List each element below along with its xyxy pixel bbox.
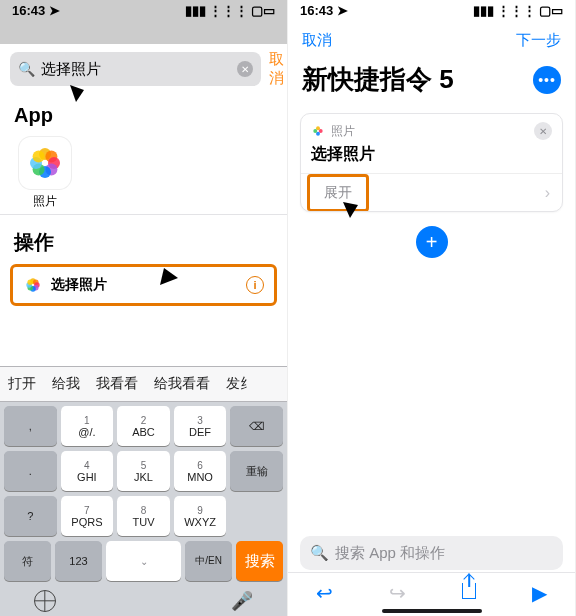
page-title: 新快捷指令 5 — [302, 62, 454, 97]
svg-point-15 — [27, 279, 33, 285]
add-action-button[interactable]: + — [416, 226, 448, 258]
battery-icon: ▢▭ — [539, 3, 563, 18]
cancel-button[interactable]: 取消 — [269, 50, 284, 88]
status-time: 16:43 — [12, 3, 45, 18]
backspace-icon: ⌫ — [249, 420, 265, 433]
section-app-title: App — [0, 94, 287, 129]
dimmed-background: 16:43➤ ▮▮▮⋮⋮⋮▢▭ — [0, 0, 287, 44]
key-9[interactable]: 9WXYZ — [174, 496, 227, 536]
status-bar: 16:43➤ ▮▮▮⋮⋮⋮▢▭ — [288, 0, 575, 20]
photos-app-icon — [19, 137, 71, 189]
section-actions-title: 操作 — [0, 219, 287, 258]
undo-icon[interactable]: ↩ — [316, 581, 333, 605]
redo-icon[interactable]: ↪ — [389, 581, 406, 605]
info-icon[interactable]: i — [246, 276, 264, 294]
app-label: 照片 — [33, 193, 57, 210]
play-icon[interactable]: ▶ — [532, 581, 547, 605]
card-expand-row[interactable]: 展开 › — [301, 173, 562, 211]
expand-label: 展开 — [324, 184, 352, 202]
keyboard-area: 打开 给我 我看看 给我看看 发纟 , 1@/. 2ABC 3DEF ⌫ . 4… — [0, 366, 287, 616]
bottom-search-field[interactable]: 🔍 搜索 App 和操作 — [300, 536, 563, 570]
keyboard-bottom: 🎤 — [4, 586, 283, 614]
status-right: ▮▮▮⋮⋮⋮▢▭ — [185, 3, 275, 18]
key-6[interactable]: 6MNO — [174, 451, 227, 491]
card-close-icon[interactable]: ✕ — [534, 122, 552, 140]
key-period[interactable]: . — [4, 451, 57, 491]
key-7[interactable]: 7PQRS — [61, 496, 114, 536]
mic-icon[interactable]: 🎤 — [231, 590, 253, 612]
battery-icon: ▢▭ — [251, 3, 275, 18]
globe-icon[interactable] — [34, 590, 56, 612]
key-comma[interactable]: , — [4, 406, 57, 446]
card-title: 选择照片 — [301, 142, 562, 173]
nav-next-button[interactable]: 下一步 — [516, 31, 561, 50]
key-4[interactable]: 4GHI — [61, 451, 114, 491]
sugg-1[interactable]: 给我 — [44, 375, 88, 393]
mic-small-icon: ⌄ — [140, 556, 148, 567]
status-bar: 16:43➤ ▮▮▮⋮⋮⋮▢▭ — [0, 0, 287, 20]
card-app-label: 照片 — [331, 123, 355, 140]
keyboard[interactable]: , 1@/. 2ABC 3DEF ⌫ . 4GHI 5JKL 6MNO 重输 ?… — [0, 402, 287, 616]
signal-icon: ▮▮▮ — [185, 3, 206, 18]
status-right: ▮▮▮⋮⋮⋮▢▭ — [473, 3, 563, 18]
key-backspace[interactable]: ⌫ — [230, 406, 283, 446]
key-space[interactable]: ⌄ — [106, 541, 181, 581]
actions-section: 操作 选择照片 i — [0, 215, 287, 306]
key-question[interactable]: ? — [4, 496, 57, 536]
action-card[interactable]: 照片 ✕ 选择照片 展开 › — [300, 113, 563, 212]
key-symbols[interactable]: 符 — [4, 541, 51, 581]
sugg-2[interactable]: 我看看 — [88, 375, 146, 393]
key-1[interactable]: 1@/. — [61, 406, 114, 446]
photos-mini-icon — [311, 124, 325, 138]
expand-highlight[interactable]: 展开 — [307, 174, 369, 212]
search-field[interactable]: 🔍 ✕ — [10, 52, 261, 86]
nav-cancel-button[interactable]: 取消 — [302, 31, 332, 50]
photos-mini-icon — [23, 275, 43, 295]
wifi-icon: ⋮⋮⋮ — [209, 3, 248, 18]
screen-right: 16:43➤ ▮▮▮⋮⋮⋮▢▭ 取消 下一步 新快捷指令 5 ••• 照片 ✕ … — [288, 0, 576, 616]
keyboard-suggestions[interactable]: 打开 给我 我看看 给我看看 发纟 — [0, 366, 287, 402]
search-row: 🔍 ✕ 取消 — [0, 44, 287, 94]
key-lang[interactable]: 中/EN — [185, 541, 232, 581]
signal-icon: ▮▮▮ — [473, 3, 494, 18]
key-123[interactable]: 123 — [55, 541, 102, 581]
key-2[interactable]: 2ABC — [117, 406, 170, 446]
more-button[interactable]: ••• — [533, 66, 561, 94]
app-item-photos[interactable]: 照片 — [14, 137, 76, 210]
key-search[interactable]: 搜索 — [236, 541, 283, 581]
key-5[interactable]: 5JKL — [117, 451, 170, 491]
key-retype[interactable]: 重输 — [230, 451, 283, 491]
search-icon: 🔍 — [310, 544, 329, 562]
sugg-0[interactable]: 打开 — [0, 375, 44, 393]
chevron-right-icon: › — [545, 184, 550, 202]
svg-line-24 — [343, 202, 428, 292]
wifi-icon: ⋮⋮⋮ — [497, 3, 536, 18]
svg-point-23 — [313, 129, 317, 133]
sugg-3[interactable]: 给我看看 — [146, 375, 218, 393]
key-8[interactable]: 8TUV — [117, 496, 170, 536]
location-icon: ➤ — [49, 3, 60, 18]
search-icon: 🔍 — [18, 61, 35, 77]
title-row: 新快捷指令 5 ••• — [288, 60, 575, 105]
home-indicator — [382, 609, 482, 613]
screen-left: 16:43➤ ▮▮▮⋮⋮⋮▢▭ 🔍 ✕ 取消 App — [0, 0, 288, 616]
card-header: 照片 ✕ — [301, 114, 562, 142]
sugg-4[interactable]: 发纟 — [218, 375, 262, 393]
key-3[interactable]: 3DEF — [174, 406, 227, 446]
status-time: 16:43 — [300, 3, 333, 18]
location-icon: ➤ — [337, 3, 348, 18]
action-label: 选择照片 — [51, 276, 238, 294]
clear-icon[interactable]: ✕ — [237, 61, 253, 77]
action-select-photo[interactable]: 选择照片 i — [10, 264, 277, 306]
svg-point-7 — [33, 151, 45, 163]
bottom-search-placeholder: 搜索 App 和操作 — [335, 544, 445, 563]
search-input[interactable] — [41, 61, 231, 78]
nav-bar: 取消 下一步 — [288, 20, 575, 60]
share-icon[interactable] — [462, 581, 476, 604]
